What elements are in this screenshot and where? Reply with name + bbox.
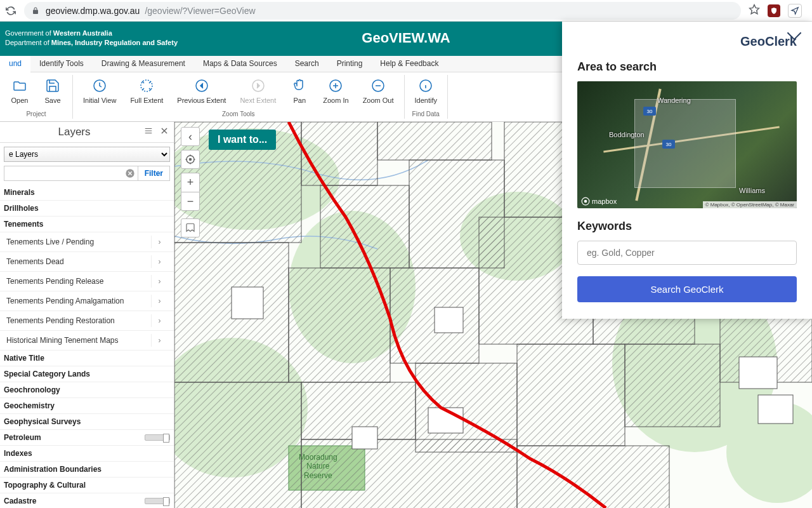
url-host: geoview.dmp.wa.gov.au — [46, 6, 140, 16]
reload-icon[interactable] — [5, 5, 16, 17]
layer-cat-minerals[interactable]: Minerals — [0, 185, 174, 201]
layer-sub-amalg[interactable]: Tenements Pending Amalgamation› — [0, 291, 174, 311]
clear-filter-icon[interactable] — [122, 166, 138, 180]
layer-cat-admin[interactable]: Administration Boundaries — [0, 462, 174, 478]
keywords-title: Keywords — [577, 220, 797, 233]
layer-sub-release[interactable]: Tenements Pending Release› — [0, 272, 174, 291]
panel-menu-icon[interactable] — [143, 126, 154, 138]
full-extent-button[interactable]: Full Extent — [124, 75, 169, 107]
menu-help[interactable]: Help & Feedback — [371, 56, 447, 72]
save-button[interactable]: Save — [37, 75, 69, 107]
next-extent-button: Next Extent — [233, 75, 282, 107]
route-shield: 30 — [662, 140, 675, 149]
ribbon-group-project: Open Save Project — [0, 75, 73, 119]
layer-sub-hist[interactable]: Historical Mining Tenement Maps› — [0, 331, 174, 351]
layer-cat-native[interactable]: Native Title — [0, 351, 174, 366]
reserve-label: MooradungNatureReserve — [299, 453, 337, 480]
chevron-right-icon[interactable]: › — [151, 275, 167, 288]
place-williams: Williams — [739, 187, 765, 194]
map-zoom-out-button[interactable]: − — [181, 192, 200, 211]
svg-rect-37 — [625, 344, 720, 427]
layer-cat-cadastre[interactable]: Cadastre — [0, 493, 174, 508]
next-extent-label: Next Extent — [240, 97, 276, 104]
layer-list: Minerals Drillholes Tenements Tenements … — [0, 185, 174, 508]
layer-cat-petroleum[interactable]: Petroleum — [0, 430, 174, 446]
layers-select-wrap: e Layers — [4, 147, 170, 162]
map-zoom-in-button[interactable]: + — [181, 173, 200, 192]
layer-cat-geophys[interactable]: Geophysical Surveys — [0, 414, 174, 430]
search-geoclerk-button[interactable]: Search GeoClerk — [577, 276, 797, 302]
find-group-label: Find Data — [412, 110, 440, 119]
layer-sub-restor[interactable]: Tenements Pending Restoration› — [0, 311, 174, 331]
info-icon — [417, 77, 434, 94]
map-controls: ‹ + − — [181, 127, 200, 237]
previous-extent-label: Previous Extent — [177, 97, 226, 104]
svg-marker-0 — [750, 4, 759, 13]
layer-cat-geochem[interactable]: Geochemistry — [0, 398, 174, 414]
opacity-slider[interactable] — [145, 434, 170, 441]
svg-rect-41 — [232, 287, 263, 319]
chevron-right-icon[interactable]: › — [151, 314, 167, 327]
layer-sub-dead[interactable]: Tenements Dead› — [0, 252, 174, 272]
url-path: /geoview/?Viewer=GeoView — [145, 6, 255, 16]
zoom-group-label: Zoom Tools — [222, 110, 255, 119]
bookmark-star-icon[interactable] — [749, 4, 760, 18]
menu-maps-sources[interactable]: Maps & Data Sources — [194, 56, 286, 72]
geoclerk-ext-icon[interactable] — [788, 4, 802, 18]
svg-rect-36 — [517, 344, 625, 446]
layer-cat-special[interactable]: Special Category Lands — [0, 366, 174, 382]
layer-cat-indexes[interactable]: Indexes — [0, 446, 174, 462]
layers-select[interactable]: e Layers — [4, 147, 170, 162]
place-boddington: Boddington — [609, 131, 645, 138]
svg-rect-28 — [289, 268, 390, 382]
layer-cat-drillholes[interactable]: Drillholes — [0, 201, 174, 217]
map-collapse-button[interactable]: ‹ — [181, 127, 200, 146]
chevron-right-icon[interactable]: › — [151, 295, 167, 307]
layer-sub-live[interactable]: Tenements Live / Pending› — [0, 232, 174, 252]
bookmarks-button[interactable] — [181, 218, 200, 237]
menu-identify[interactable]: Identify Tools — [30, 56, 93, 72]
initial-view-button[interactable]: Initial View — [77, 75, 122, 107]
i-want-to-button[interactable]: I want to... — [209, 130, 276, 150]
route-shield: 30 — [643, 107, 656, 116]
previous-extent-button[interactable]: Previous Extent — [171, 75, 232, 107]
menu-drawing[interactable]: Drawing & Measurement — [93, 56, 194, 72]
menu-printing[interactable]: Printing — [328, 56, 372, 72]
open-label: Open — [11, 97, 29, 104]
svg-rect-21 — [301, 122, 377, 185]
ribbon-group-find: Identify Find Data — [405, 75, 448, 119]
refresh-icon — [91, 77, 108, 94]
arrow-right-icon — [250, 77, 266, 94]
panel-close-icon[interactable] — [160, 126, 169, 138]
layer-cat-geochron[interactable]: Geochronology — [0, 382, 174, 398]
ublock-icon[interactable] — [768, 4, 780, 17]
url-bar[interactable]: geoview.dmp.wa.gov.au/geoview/?Viewer=Ge… — [24, 2, 741, 20]
geolocate-button[interactable] — [181, 150, 200, 169]
layer-cat-tenements[interactable]: Tenements — [0, 217, 174, 232]
opacity-slider[interactable] — [145, 498, 170, 504]
keywords-input[interactable] — [577, 241, 797, 265]
pan-button[interactable]: Pan — [284, 75, 315, 107]
svg-rect-46 — [758, 395, 793, 424]
open-button[interactable]: Open — [4, 75, 36, 107]
menu-getting-around[interactable]: und — [0, 56, 30, 72]
ribbon-group-zoom: Initial View Full Extent Previous Extent… — [73, 75, 405, 119]
gov-line1a: Government of — [5, 29, 53, 37]
filter-button[interactable]: Filter — [138, 166, 169, 180]
identify-button[interactable]: Identify — [409, 75, 443, 107]
chevron-right-icon[interactable]: › — [151, 236, 167, 248]
layers-panel: Layers e Layers Filter Minerals Drillhol… — [0, 122, 174, 508]
browser-actions — [749, 4, 807, 18]
browser-toolbar: geoview.dmp.wa.gov.au/geoview/?Viewer=Ge… — [0, 0, 812, 22]
zoom-out-button[interactable]: Zoom Out — [357, 75, 400, 107]
chevron-right-icon[interactable]: › — [151, 255, 167, 268]
area-minimap[interactable]: 30 30 Wandering Boddington Williams mapb… — [577, 81, 797, 208]
menu-search[interactable]: Search — [286, 56, 328, 72]
svg-point-48 — [190, 159, 192, 161]
filter-input[interactable] — [4, 166, 122, 180]
layer-cat-topo[interactable]: Topography & Cultural — [0, 478, 174, 493]
chevron-right-icon[interactable]: › — [151, 334, 167, 347]
geoclerk-logo: GeoClerk — [577, 34, 797, 49]
gov-line2b: Mines, Industry Regulation and Safety — [51, 39, 178, 46]
zoom-in-button[interactable]: Zoom In — [317, 75, 355, 107]
